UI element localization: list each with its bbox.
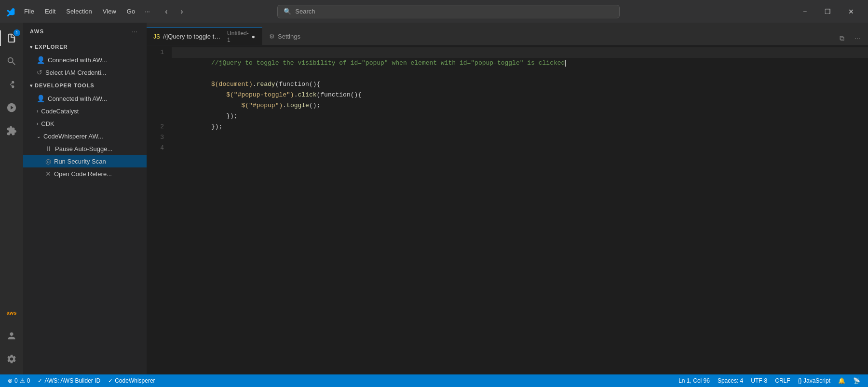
tab-right-actions: ⧉ ···: [835, 31, 868, 45]
click-fn: click: [298, 91, 316, 98]
toggle-fn: toggle: [286, 102, 309, 109]
status-errors[interactable]: ⊗ 0 ⚠ 0: [4, 374, 34, 387]
menu-more[interactable]: ···: [141, 6, 154, 17]
back-button[interactable]: ‹: [160, 5, 173, 18]
broadcast-icon: 📡: [853, 377, 860, 384]
status-notifications[interactable]: 🔔: [834, 377, 849, 384]
explorer-badge: 1: [14, 29, 20, 36]
search-activity-icon: [6, 56, 17, 67]
restore-button[interactable]: ❐: [817, 0, 839, 23]
sidebar-item-codewhisperer[interactable]: ⌄ CodeWhisperer AW...: [23, 130, 147, 142]
section-developer-tools[interactable]: ▾ DEVELOPER TOOLS: [23, 79, 147, 92]
code-content[interactable]: //jQuery to toggle the visibility of id=…: [172, 45, 868, 374]
code-line-1: //jQuery to toggle the visibility of id=…: [172, 47, 868, 58]
split-editor-button[interactable]: ⧉: [835, 31, 849, 45]
activity-source-control[interactable]: [0, 73, 23, 96]
sidebar-item-cdk[interactable]: › CDK: [23, 117, 147, 130]
close-button[interactable]: ✕: [840, 0, 862, 23]
user2-icon: 👤: [37, 95, 45, 102]
aws-builder-label: AWS: AWS Builder ID: [44, 377, 100, 384]
more-actions-button[interactable]: ···: [851, 31, 864, 45]
language-label: {} JavaScript: [798, 377, 830, 384]
codewhisperer-status-label: CodeWhisperer: [115, 377, 155, 384]
sidebar-item-select-iam-label: Select IAM Credenti...: [45, 69, 106, 76]
line-num-blank4: [147, 90, 164, 100]
check-icon-1: ✓: [38, 377, 42, 384]
explorer-chevron-icon: ▾: [30, 44, 33, 50]
menu-selection[interactable]: Selection: [61, 6, 96, 17]
sidebar-more-button[interactable]: ···: [129, 26, 140, 37]
vscode-logo-icon: [6, 7, 15, 16]
sidebar-item-connected-aws2-label: Connected with AW...: [48, 95, 107, 102]
sidebar-item-connected-aws[interactable]: 👤 Connected with AW...: [23, 54, 147, 66]
paren-open: (function(){: [275, 81, 321, 88]
line-num-blank3: [147, 79, 164, 90]
encoding-label: UTF-8: [751, 377, 767, 384]
sidebar-item-codewhisperer-label: CodeWhisperer AW...: [43, 133, 103, 140]
ready-fn: ready: [257, 81, 275, 88]
menu-edit[interactable]: Edit: [40, 6, 60, 17]
sidebar-item-pause-auto-suggest-label: Pause Auto-Sugge...: [55, 145, 112, 152]
minimize-button[interactable]: −: [794, 0, 816, 23]
window-controls: − ❐ ✕: [794, 0, 862, 23]
explorer-section: ▾ EXPLORER 👤 Connected with AW... ↺ Sele…: [23, 40, 147, 374]
comment-1: //jQuery to toggle the visibility of id=…: [211, 59, 565, 67]
line-num-blank6: [147, 111, 164, 122]
menu-file[interactable]: File: [19, 6, 39, 17]
activity-account[interactable]: [0, 324, 23, 347]
ln-col-label: Ln 1, Col 96: [678, 377, 710, 384]
sidebar-item-connected-aws2[interactable]: 👤 Connected with AW...: [23, 92, 147, 105]
status-bar: ⊗ 0 ⚠ 0 ✓ AWS: AWS Builder ID ✓ CodeWhis…: [0, 374, 868, 387]
status-spaces[interactable]: Spaces: 4: [714, 377, 747, 384]
status-encoding[interactable]: UTF-8: [747, 377, 771, 384]
menu-go[interactable]: Go: [122, 6, 140, 17]
status-line-ending[interactable]: CRLF: [771, 377, 794, 384]
sidebar-item-open-code-reference[interactable]: ✕ Open Code Refere...: [23, 167, 147, 180]
line-num-blank2: [147, 69, 164, 79]
aws-logo[interactable]: aws: [0, 301, 23, 324]
check-icon-2: ✓: [108, 377, 113, 384]
code-editor[interactable]: 1 2 3 4 //jQuery to toggle the visibilit…: [147, 45, 868, 374]
sidebar-item-select-iam[interactable]: ↺ Select IAM Credenti...: [23, 66, 147, 79]
sidebar: AWS ··· ▾ EXPLORER 👤 Connected with AW..…: [23, 23, 147, 374]
tab-settings[interactable]: ⚙ Settings: [262, 28, 307, 45]
error-count: 0: [14, 377, 18, 384]
sidebar-item-codecatalyst[interactable]: › CodeCatalyst: [23, 105, 147, 117]
sidebar-item-connected-aws-label: Connected with AW...: [48, 56, 107, 64]
close-bracket-2: });: [211, 123, 222, 130]
section-explorer[interactable]: ▾ EXPLORER: [23, 40, 147, 54]
status-codewhisperer[interactable]: ✓ CodeWhisperer: [104, 374, 159, 387]
status-ln-col[interactable]: Ln 1, Col 96: [675, 377, 714, 384]
line-num-2: 2: [147, 122, 164, 132]
user-icon: 👤: [37, 56, 45, 64]
activity-explorer[interactable]: 1: [0, 27, 23, 50]
status-broadcast[interactable]: 📡: [849, 377, 864, 384]
sidebar-item-codecatalyst-label: CodeCatalyst: [41, 108, 79, 115]
code-line-4: [172, 143, 868, 153]
status-language[interactable]: {} JavaScript: [794, 377, 834, 384]
forward-button[interactable]: ›: [175, 5, 189, 18]
tab-untitled-1[interactable]: JS //jQuery to toggle the visibility of …: [147, 28, 262, 45]
activity-extensions[interactable]: [0, 119, 23, 142]
activity-bottom: aws: [0, 301, 23, 374]
section-explorer-label: EXPLORER: [35, 44, 68, 50]
line-ending-label: CRLF: [775, 377, 790, 384]
line-numbers: 1 2 3 4: [147, 45, 172, 374]
close2-icon: ✕: [45, 170, 51, 178]
sidebar-item-pause-auto-suggest[interactable]: ⏸ Pause Auto-Sugge...: [23, 142, 147, 155]
activity-run[interactable]: [0, 96, 23, 119]
search-bar[interactable]: 🔍 Search: [277, 5, 620, 18]
activity-search[interactable]: [0, 50, 23, 73]
sidebar-item-run-security-scan[interactable]: ◎ Run Security Scan: [23, 155, 147, 167]
warning-icon: ⚠: [20, 377, 25, 384]
notification-icon: 🔔: [838, 377, 845, 384]
titlebar: File Edit Selection View Go ··· ‹ › 🔍 Se…: [0, 0, 868, 23]
close-bracket-1: });: [211, 112, 238, 120]
dot-toggle: .: [283, 102, 286, 109]
activity-bar: 1 aws: [0, 23, 23, 374]
menu-view[interactable]: View: [98, 6, 121, 17]
status-aws-builder[interactable]: ✓ AWS: AWS Builder ID: [34, 374, 104, 387]
pause-icon: ⏸: [45, 145, 52, 152]
activity-settings[interactable]: [0, 347, 23, 371]
cdk-chevron-icon: ›: [37, 121, 38, 126]
